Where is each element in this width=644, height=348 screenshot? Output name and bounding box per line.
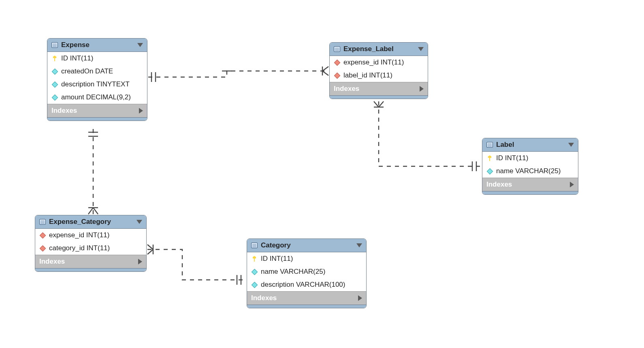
svg-line-18 xyxy=(147,249,153,254)
entity-label[interactable]: LabelID INT(11)name VARCHAR(25)Indexes xyxy=(482,138,578,195)
entity-expense-category[interactable]: Expense_Categoryexpense_id INT(11)catego… xyxy=(35,215,147,272)
indexes-section[interactable]: Indexes xyxy=(47,104,147,117)
svg-line-10 xyxy=(93,208,98,214)
svg-line-3 xyxy=(322,67,328,71)
table-icon xyxy=(39,219,46,225)
table-icon xyxy=(486,142,493,148)
er-diagram-canvas: { "indexes_label": "Indexes", "entities"… xyxy=(0,0,644,348)
expand-icon[interactable] xyxy=(570,182,574,187)
indexes-label: Indexes xyxy=(51,107,77,115)
column-row[interactable]: name VARCHAR(25) xyxy=(247,265,366,278)
foreign-key-icon xyxy=(334,72,340,79)
indexes-label: Indexes xyxy=(486,180,512,189)
column-label: name VARCHAR(25) xyxy=(496,167,561,175)
indexes-label: Indexes xyxy=(39,258,65,266)
indexes-section[interactable]: Indexes xyxy=(330,82,428,95)
expand-icon[interactable] xyxy=(420,86,424,92)
expand-icon[interactable] xyxy=(138,259,142,264)
column-row[interactable]: expense_id INT(11) xyxy=(330,56,428,69)
column-label: amount DECIMAL(9,2) xyxy=(61,93,131,101)
foreign-key-icon xyxy=(39,245,46,251)
primary-key-icon xyxy=(51,55,58,62)
expand-icon[interactable] xyxy=(358,295,362,301)
column-label: name VARCHAR(25) xyxy=(261,268,325,276)
entity-header[interactable]: Expense_Label xyxy=(330,43,428,56)
column-label: ID INT(11) xyxy=(61,54,93,62)
entity-columns: ID INT(11)name VARCHAR(25)description VA… xyxy=(247,252,366,291)
column-label: expense_id INT(11) xyxy=(49,231,109,239)
entity-columns: ID INT(11)name VARCHAR(25) xyxy=(482,152,578,178)
column-label: category_id INT(11) xyxy=(49,244,110,252)
column-icon xyxy=(251,269,258,275)
indexes-section[interactable]: Indexes xyxy=(247,291,366,305)
indexes-section[interactable]: Indexes xyxy=(482,178,578,191)
entity-rim xyxy=(330,95,428,99)
entity-title: Expense_Category xyxy=(49,218,133,226)
entity-columns: expense_id INT(11)category_id INT(11) xyxy=(35,229,146,255)
column-label: createdOn DATE xyxy=(61,67,113,75)
column-row[interactable]: ID INT(11) xyxy=(47,52,147,65)
expand-icon[interactable] xyxy=(139,108,143,114)
svg-line-13 xyxy=(379,101,384,107)
indexes-section[interactable]: Indexes xyxy=(35,255,146,268)
entity-columns: expense_id INT(11)label_id INT(11) xyxy=(330,56,428,82)
entity-title: Expense_Label xyxy=(343,45,415,53)
entity-rim xyxy=(482,191,578,194)
column-icon xyxy=(51,68,58,75)
entity-header[interactable]: Label xyxy=(482,138,578,152)
primary-key-icon xyxy=(251,256,258,262)
column-icon xyxy=(251,281,258,288)
entity-category[interactable]: CategoryID INT(11)name VARCHAR(25)descri… xyxy=(247,238,367,308)
column-label: ID INT(11) xyxy=(261,255,293,263)
collapse-icon[interactable] xyxy=(136,220,142,224)
entity-rim xyxy=(35,268,146,271)
entity-rim xyxy=(47,117,147,120)
column-row[interactable]: ID INT(11) xyxy=(482,152,578,165)
entity-title: Label xyxy=(496,141,565,149)
indexes-label: Indexes xyxy=(334,85,359,93)
collapse-icon[interactable] xyxy=(568,143,574,147)
column-icon xyxy=(486,168,493,174)
column-row[interactable]: description VARCHAR(100) xyxy=(247,278,366,291)
foreign-key-icon xyxy=(39,232,46,238)
column-icon xyxy=(51,81,58,88)
column-row[interactable]: createdOn DATE xyxy=(47,65,147,78)
column-label: description VARCHAR(100) xyxy=(261,281,345,289)
indexes-label: Indexes xyxy=(251,294,277,302)
column-row[interactable]: description TINYTEXT xyxy=(47,78,147,91)
column-row[interactable]: name VARCHAR(25) xyxy=(482,165,578,178)
column-label: ID INT(11) xyxy=(496,154,528,162)
entity-expense-label[interactable]: Expense_Labelexpense_id INT(11)label_id … xyxy=(329,42,428,99)
column-label: expense_id INT(11) xyxy=(343,58,404,67)
entity-title: Category xyxy=(261,241,353,249)
collapse-icon[interactable] xyxy=(137,43,143,47)
svg-line-17 xyxy=(147,245,153,249)
table-icon xyxy=(334,46,340,52)
entity-columns: ID INT(11)createdOn DATEdescription TINY… xyxy=(47,52,147,104)
column-row[interactable]: category_id INT(11) xyxy=(35,242,146,255)
entity-header[interactable]: Expense xyxy=(47,39,147,52)
entity-rim xyxy=(247,305,366,308)
table-icon xyxy=(51,42,58,48)
column-row[interactable]: expense_id INT(11) xyxy=(35,229,146,242)
entity-expense[interactable]: ExpenseID INT(11)createdOn DATEdescripti… xyxy=(47,38,147,121)
column-icon xyxy=(51,94,58,101)
collapse-icon[interactable] xyxy=(418,47,424,51)
entity-header[interactable]: Expense_Category xyxy=(35,215,146,229)
column-row[interactable]: ID INT(11) xyxy=(247,252,366,265)
entity-title: Expense xyxy=(61,41,134,49)
primary-key-icon xyxy=(486,155,493,161)
svg-line-9 xyxy=(88,208,93,214)
foreign-key-icon xyxy=(334,59,340,66)
svg-line-12 xyxy=(374,101,379,107)
column-row[interactable]: amount DECIMAL(9,2) xyxy=(47,91,147,104)
collapse-icon[interactable] xyxy=(356,243,362,247)
column-row[interactable]: label_id INT(11) xyxy=(330,69,428,82)
table-icon xyxy=(251,242,258,249)
column-label: description TINYTEXT xyxy=(61,80,130,88)
entity-header[interactable]: Category xyxy=(247,239,366,252)
svg-line-4 xyxy=(322,71,328,75)
column-label: label_id INT(11) xyxy=(343,71,392,79)
